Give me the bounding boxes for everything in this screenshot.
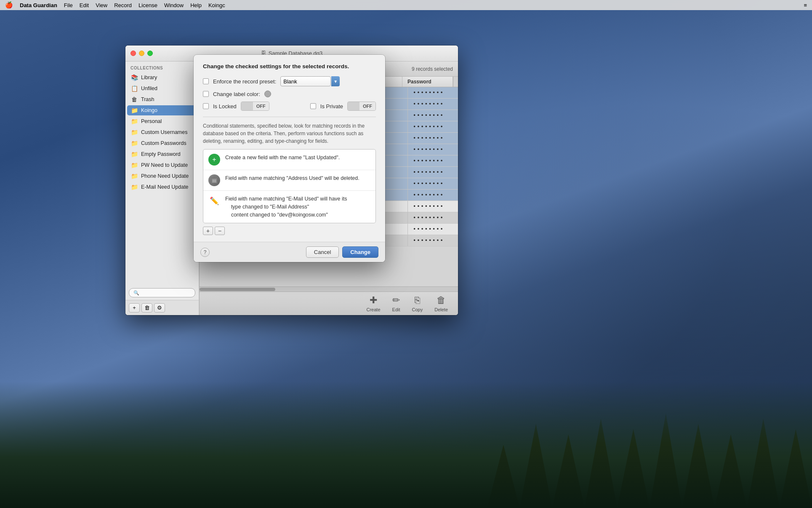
condition-delete-icon bbox=[208, 174, 220, 186]
sidebar-item-custom-usernames[interactable]: 📁 Custom Usernames bbox=[127, 127, 197, 137]
is-locked-off-label: OFF bbox=[253, 102, 269, 110]
phone-need-update-icon: 📁 bbox=[130, 173, 138, 179]
modal-divider bbox=[203, 117, 376, 117]
change-label-color-row: Change label color: bbox=[203, 91, 376, 97]
cell-password: •••••••• bbox=[407, 155, 458, 166]
sidebar-item-label: E-Mail Need Update bbox=[141, 184, 189, 190]
copy-icon: ⎘ bbox=[415, 295, 420, 306]
app-name: Data Guardian bbox=[20, 2, 57, 8]
is-locked-checkbox[interactable] bbox=[203, 103, 209, 109]
sidebar-item-pw-need-update[interactable]: 📁 PW Need to Update bbox=[127, 160, 197, 170]
trash-icon: 🗑 bbox=[130, 96, 138, 103]
add-collection-button[interactable]: + bbox=[129, 303, 140, 313]
is-private-toggle[interactable]: OFF bbox=[347, 102, 376, 111]
edit-icon: ✏ bbox=[392, 295, 400, 306]
sidebar-item-phone-need-update[interactable]: 📁 Phone Need Update bbox=[127, 171, 197, 181]
maximize-button[interactable] bbox=[147, 51, 153, 56]
cell-password: •••••••• bbox=[407, 190, 458, 201]
is-locked-toggle[interactable]: OFF bbox=[241, 102, 269, 111]
modal-dialog: Change the checked settings for the sele… bbox=[194, 55, 385, 262]
h-scrollbar[interactable] bbox=[200, 286, 458, 291]
condition-delete-text: Field with name matching "Address Used" … bbox=[225, 174, 359, 182]
cell-password: •••••••• bbox=[407, 201, 458, 212]
sidebar-item-label: Empty Password bbox=[141, 151, 181, 157]
copy-label: Copy bbox=[412, 307, 423, 312]
delete-button[interactable]: 🗑 Delete bbox=[429, 292, 453, 315]
sidebar: COLLECTIONS 📚 Library 📋 Unfiled 🗑 Trash … bbox=[125, 61, 199, 315]
search-wrap: 🔍 bbox=[129, 288, 195, 297]
settings-collection-button[interactable]: ⚙ bbox=[154, 303, 165, 313]
create-icon: ✚ bbox=[370, 295, 377, 306]
add-condition-button[interactable]: + bbox=[203, 227, 213, 235]
cell-password: •••••••• bbox=[407, 224, 458, 235]
close-button[interactable] bbox=[130, 51, 136, 56]
sidebar-item-personal[interactable]: 📁 Personal bbox=[127, 116, 197, 126]
change-button[interactable]: Change bbox=[342, 246, 378, 258]
menu-window[interactable]: Window bbox=[164, 2, 184, 8]
cell-password: •••••••• bbox=[407, 133, 458, 144]
change-label-color-label: Change label color: bbox=[213, 91, 260, 97]
sidebar-item-label: Custom Usernames bbox=[141, 129, 187, 135]
sidebar-item-custom-passwords[interactable]: 📁 Custom Passwords bbox=[127, 138, 197, 148]
is-locked-label: Is Locked bbox=[213, 103, 237, 110]
edit-button[interactable]: ✏ Edit bbox=[387, 292, 405, 315]
menu-view[interactable]: View bbox=[96, 2, 107, 8]
apple-menu[interactable]: 🍎 bbox=[5, 1, 13, 9]
search-input[interactable] bbox=[141, 290, 191, 296]
menu-edit[interactable]: Edit bbox=[80, 2, 89, 8]
menu-license[interactable]: License bbox=[138, 2, 157, 8]
conditions-list: + Create a new field with the name "Last… bbox=[203, 149, 376, 223]
preset-select[interactable]: Blank bbox=[280, 76, 331, 86]
menubar: 🍎 Data Guardian File Edit View Record Li… bbox=[0, 0, 812, 10]
sidebar-item-trash[interactable]: 🗑 Trash bbox=[127, 94, 197, 104]
cell-password: •••••••• bbox=[407, 87, 458, 98]
sidebar-item-empty-password[interactable]: 📁 Empty Password bbox=[127, 149, 197, 159]
sidebar-item-label: PW Need to Update bbox=[141, 162, 188, 168]
edit-label: Edit bbox=[392, 307, 400, 312]
sidebar-toolbar: + 🗑 ⚙ bbox=[125, 300, 199, 315]
change-label-checkbox[interactable] bbox=[203, 91, 209, 97]
is-private-off-label: OFF bbox=[359, 102, 375, 110]
enforce-preset-label: Enforce the record preset: bbox=[213, 78, 276, 85]
unfiled-icon: 📋 bbox=[130, 85, 138, 92]
sidebar-item-koingo[interactable]: 📁 Koingo bbox=[127, 105, 197, 115]
sidebar-item-unfiled[interactable]: 📋 Unfiled bbox=[127, 83, 197, 94]
custom-usernames-icon: 📁 bbox=[130, 129, 138, 136]
copy-button[interactable]: ⎘ Copy bbox=[407, 292, 428, 315]
conditions-description: Conditional statements, specified below,… bbox=[203, 122, 376, 145]
create-label: Create bbox=[367, 307, 381, 312]
koingo-icon: 📁 bbox=[130, 107, 138, 114]
cell-password: •••••••• bbox=[407, 178, 458, 189]
menu-record[interactable]: Record bbox=[114, 2, 132, 8]
cancel-button[interactable]: Cancel bbox=[306, 246, 339, 258]
help-button[interactable]: ? bbox=[200, 248, 210, 257]
cell-password: •••••••• bbox=[407, 167, 458, 178]
create-button[interactable]: ✚ Create bbox=[362, 292, 386, 315]
sidebar-item-label: Personal bbox=[141, 118, 162, 124]
condition-edit-text: Field with name matching "E-Mail Used" w… bbox=[225, 195, 347, 219]
menu-koingc[interactable]: Koingc bbox=[208, 2, 225, 8]
toggle-track bbox=[241, 102, 253, 110]
remove-condition-button[interactable]: − bbox=[215, 227, 225, 235]
color-dot[interactable] bbox=[264, 91, 271, 97]
minimize-button[interactable] bbox=[139, 51, 144, 56]
select-arrow-icon: ▼ bbox=[331, 76, 340, 86]
cell-password: •••••••• bbox=[407, 99, 458, 110]
enforce-preset-checkbox[interactable] bbox=[203, 78, 209, 84]
h-scrollbar-thumb[interactable] bbox=[200, 288, 275, 291]
is-private-checkbox[interactable] bbox=[310, 103, 316, 109]
custom-passwords-icon: 📁 bbox=[130, 140, 138, 147]
menu-help[interactable]: Help bbox=[190, 2, 202, 8]
sidebar-item-library[interactable]: 📚 Library bbox=[127, 72, 197, 83]
menu-file[interactable]: File bbox=[64, 2, 73, 8]
menu-list-icon: ≡ bbox=[804, 2, 807, 8]
window-controls bbox=[130, 51, 153, 56]
scrollbar-track bbox=[453, 77, 458, 87]
delete-collection-button[interactable]: 🗑 bbox=[141, 303, 152, 313]
condition-item-add: + Create a new field with the name "Last… bbox=[203, 150, 375, 170]
condition-add-icon: + bbox=[208, 154, 220, 166]
sidebar-item-email-need-update[interactable]: 📁 E-Mail Need Update bbox=[127, 182, 197, 192]
sidebar-section-header: COLLECTIONS bbox=[125, 61, 199, 72]
modal-title: Change the checked settings for the sele… bbox=[203, 63, 376, 70]
delete-label: Delete bbox=[434, 307, 448, 312]
